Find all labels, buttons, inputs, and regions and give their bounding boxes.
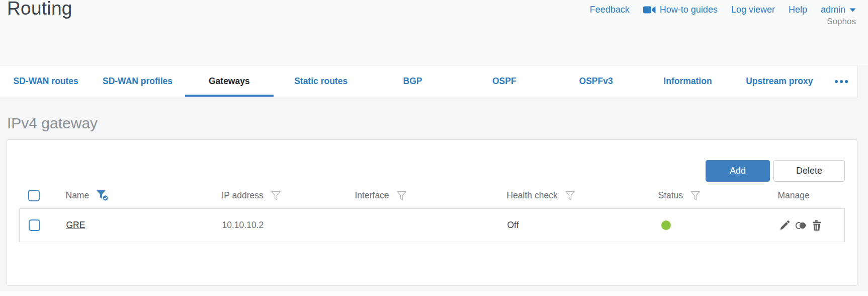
page-header: Routing Feedback How-to guides Log viewe… bbox=[0, 0, 868, 65]
tab-bar: SD-WAN routes SD-WAN profiles Gateways S… bbox=[0, 65, 858, 97]
help-link[interactable]: Help bbox=[789, 5, 807, 15]
caret-down-icon bbox=[849, 8, 856, 12]
add-button[interactable]: Add bbox=[706, 160, 770, 182]
column-header-health: Health check bbox=[507, 190, 558, 201]
edit-pencil-icon[interactable] bbox=[778, 219, 791, 232]
howto-guides-label: How-to guides bbox=[660, 5, 718, 15]
table-header-row: Name IP address bbox=[20, 189, 845, 209]
header-links: Feedback How-to guides Log viewer Help a… bbox=[590, 5, 856, 15]
content-area: IPv4 gateway Add Delete Name bbox=[0, 97, 868, 296]
manage-actions bbox=[778, 219, 844, 232]
row-checkbox[interactable] bbox=[29, 219, 40, 231]
tab-static-routes[interactable]: Static routes bbox=[275, 66, 367, 97]
admin-menu[interactable]: admin bbox=[821, 5, 856, 15]
tab-bgp[interactable]: BGP bbox=[367, 66, 458, 97]
trash-icon[interactable] bbox=[812, 220, 822, 231]
howto-guides-link[interactable]: How-to guides bbox=[643, 5, 718, 15]
column-header-ip: IP address bbox=[222, 190, 264, 201]
video-camera-icon bbox=[643, 6, 656, 14]
filter-icon[interactable] bbox=[689, 190, 701, 201]
column-header-interface: Interface bbox=[355, 190, 389, 201]
column-header-manage: Manage bbox=[778, 190, 810, 200]
filter-icon[interactable] bbox=[564, 190, 576, 201]
ellipsis-icon bbox=[835, 80, 838, 83]
filter-icon[interactable] bbox=[396, 190, 407, 201]
bottom-strip bbox=[0, 291, 868, 296]
filter-active-icon[interactable] bbox=[96, 189, 109, 202]
column-header-name: Name bbox=[66, 190, 90, 201]
gateway-table: Name IP address bbox=[19, 189, 845, 242]
tab-sdwan-routes[interactable]: SD-WAN routes bbox=[0, 66, 92, 97]
brand-label: Sophos bbox=[827, 17, 856, 27]
more-tabs-button[interactable] bbox=[825, 66, 857, 97]
log-viewer-link[interactable]: Log viewer bbox=[731, 5, 775, 15]
toolbar: Add Delete bbox=[19, 160, 845, 182]
feedback-link[interactable]: Feedback bbox=[590, 5, 630, 15]
status-dot-green bbox=[661, 220, 671, 230]
gateway-health-check: Off bbox=[507, 220, 519, 230]
column-header-status: Status bbox=[658, 190, 683, 201]
filter-icon[interactable] bbox=[270, 190, 282, 201]
tab-ospf[interactable]: OSPF bbox=[459, 66, 550, 97]
page-title: Routing bbox=[7, 0, 72, 19]
section-heading: IPv4 gateway bbox=[0, 97, 868, 132]
gateway-panel: Add Delete Name bbox=[7, 139, 857, 286]
tab-gateways[interactable]: Gateways bbox=[184, 66, 275, 97]
select-all-checkbox[interactable] bbox=[28, 190, 40, 201]
gateway-name-link[interactable]: GRE bbox=[66, 220, 85, 230]
tab-information[interactable]: Information bbox=[642, 66, 733, 97]
admin-label: admin bbox=[821, 5, 845, 15]
gateway-ip: 10.10.10.2 bbox=[222, 220, 264, 230]
tab-sdwan-profiles[interactable]: SD-WAN profiles bbox=[92, 66, 183, 97]
tab-ospfv3[interactable]: OSPFv3 bbox=[550, 66, 642, 97]
delete-button[interactable]: Delete bbox=[773, 160, 845, 182]
clone-icon[interactable] bbox=[795, 221, 807, 230]
tab-upstream-proxy[interactable]: Upstream proxy bbox=[734, 66, 825, 97]
table-row: GRE 10.10.10.2 Off bbox=[20, 209, 845, 242]
